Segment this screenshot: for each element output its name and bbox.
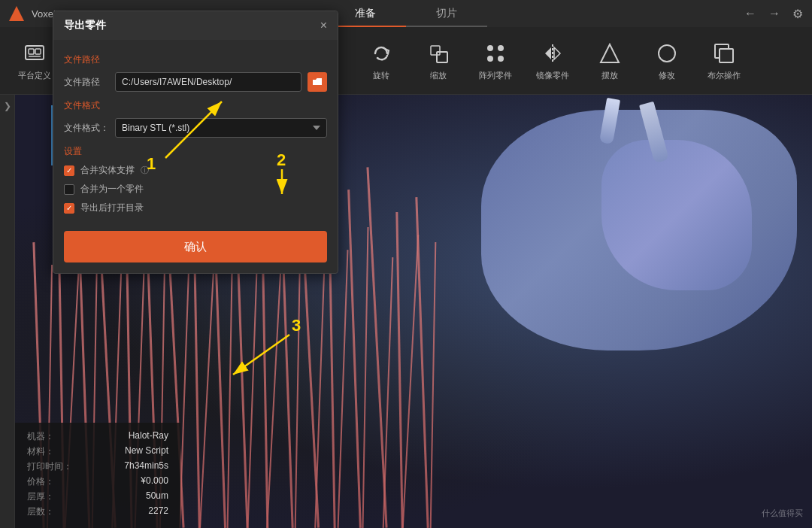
scale-icon: [425, 40, 452, 67]
checkbox-open-dir-label: 导出后打开目录: [80, 202, 144, 214]
mirror-label: 镜像零件: [536, 70, 569, 81]
checkbox-merge-support-label: 合并实体支撑: [80, 164, 135, 177]
array-icon: [482, 40, 509, 67]
section-file-path-title: 文件路径: [64, 53, 327, 66]
section-settings-title: 设置: [64, 145, 327, 158]
modify-icon: [653, 40, 680, 67]
file-path-label: 文件路径: [64, 76, 109, 89]
rotate-icon: [368, 40, 395, 67]
info-row-time: 打印时间： 7h34min5s: [27, 460, 168, 473]
svg-rect-2: [35, 49, 41, 54]
tab-bar: 准备 切片: [325, 0, 487, 27]
app-logo: [9, 6, 24, 21]
folder-browse-button[interactable]: [308, 72, 327, 92]
dialog-close-button[interactable]: ×: [320, 20, 327, 32]
svg-point-22: [487, 45, 493, 51]
place-label: 摆放: [601, 70, 618, 81]
toggle-icon: ❯: [4, 101, 11, 111]
checkbox-open-dir-row: 导出后打开目录: [64, 202, 327, 214]
checkbox-merge-one[interactable]: [64, 184, 74, 195]
bool-label: 布尔操作: [707, 70, 741, 81]
file-format-select[interactable]: Binary STL (*.stl) ASCII STL (*.stl) OBJ…: [115, 118, 327, 138]
dialog-title: 导出零件: [64, 19, 106, 32]
info-row-material: 材料： New Script: [27, 445, 168, 458]
dialog-header: 导出零件 ×: [53, 11, 338, 40]
section-file-format-title: 文件格式: [64, 99, 327, 112]
checkbox-merge-one-row: 合并为一个零件: [64, 183, 327, 196]
tab-slice[interactable]: 切片: [406, 0, 487, 27]
title-controls: ← → ⚙: [744, 0, 803, 27]
toolbar-mirror[interactable]: 镜像零件: [524, 31, 581, 91]
info-row-thickness: 层厚： 50um: [27, 490, 168, 503]
mirror-icon: [539, 40, 566, 67]
scale-label: 缩放: [430, 70, 447, 81]
toolbar-modify[interactable]: 修改: [638, 31, 695, 91]
export-dialog: 导出零件 × 文件路径 文件路径 文件格式 文件格式： Binary STL (…: [53, 11, 338, 274]
toolbar-rotate[interactable]: 旋转: [353, 31, 410, 91]
place-icon: [596, 40, 623, 67]
toolbar-bool[interactable]: 布尔操作: [695, 31, 753, 91]
sidebar-toggle[interactable]: ❯: [0, 95, 15, 528]
redo-button[interactable]: →: [768, 7, 780, 20]
svg-rect-1: [29, 49, 34, 54]
svg-rect-30: [720, 49, 733, 62]
file-path-row: 文件路径: [64, 72, 327, 92]
info-row-machine: 机器： Halot-Ray: [27, 430, 168, 443]
rotate-label: 旋转: [373, 70, 389, 81]
checkbox-merge-support-row: 合并实体支撑 ⓘ: [64, 164, 327, 177]
checkbox-merge-one-label: 合并为一个零件: [80, 183, 144, 196]
info-row-layers: 层数： 2272: [27, 505, 168, 518]
svg-rect-20: [431, 46, 440, 55]
bool-icon: [710, 40, 738, 67]
platform-icon: [21, 40, 48, 67]
file-path-input[interactable]: [115, 72, 301, 92]
dialog-body: 文件路径 文件路径 文件格式 文件格式： Binary STL (*.stl) …: [53, 40, 338, 273]
info-row-price: 价格： ¥0.000: [27, 475, 168, 488]
toolbar-scale[interactable]: 缩放: [410, 31, 467, 91]
platform-label: 平台定义: [18, 70, 51, 81]
confirm-button[interactable]: 确认: [64, 231, 327, 262]
svg-point-28: [659, 45, 675, 62]
settings-button[interactable]: ⚙: [792, 7, 803, 21]
toolbar-place[interactable]: 摆放: [581, 31, 638, 91]
info-bar: 机器： Halot-Ray 材料： New Script 打印时间： 7h34m…: [15, 423, 180, 528]
info-icon-merge-support: ⓘ: [141, 165, 149, 176]
file-format-row: 文件格式： Binary STL (*.stl) ASCII STL (*.st…: [64, 118, 327, 138]
undo-button[interactable]: ←: [744, 7, 756, 20]
svg-point-23: [498, 45, 504, 51]
svg-point-25: [498, 56, 504, 62]
checkbox-merge-support[interactable]: [64, 165, 74, 176]
svg-rect-21: [437, 52, 447, 62]
modify-label: 修改: [659, 70, 675, 81]
file-format-label: 文件格式：: [64, 122, 109, 135]
svg-point-24: [487, 56, 493, 62]
toolbar-array[interactable]: 阵列零件: [467, 31, 524, 91]
array-label: 阵列零件: [479, 70, 512, 81]
watermark: 什么值得买: [762, 508, 803, 519]
checkbox-open-dir[interactable]: [64, 203, 74, 214]
